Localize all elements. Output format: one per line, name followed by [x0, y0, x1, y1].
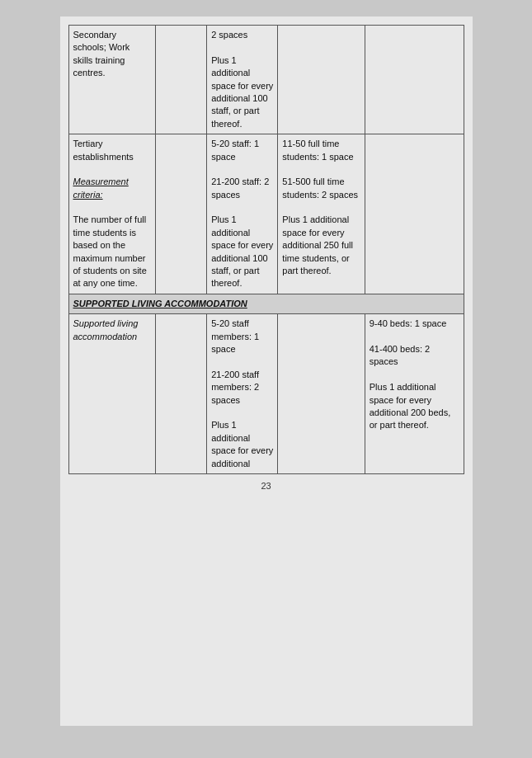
page-container: Secondary schools; Work skills training …: [60, 16, 473, 726]
tertiary-staff-spaces: 5-20 staff: 1 space 21-200 staff: 2 spac…: [207, 134, 278, 294]
supported-col4: [278, 314, 365, 474]
supported-use-class: Supported living accommodation: [68, 314, 155, 474]
tertiary-col2: [155, 134, 206, 294]
secondary-col5: [365, 26, 464, 134]
tertiary-col5: [365, 134, 464, 294]
supported-col2: [155, 314, 206, 474]
table-row-supported: Supported living accommodation 5-20 staf…: [68, 314, 464, 474]
parking-standards-table: Secondary schools; Work skills training …: [68, 25, 464, 474]
secondary-col4: [278, 26, 365, 134]
page-number: 23: [68, 481, 464, 491]
secondary-col2: [155, 26, 206, 134]
tertiary-use-class: Tertiary establishments Measurement crit…: [68, 134, 155, 294]
supported-living-header: SUPPORTED LIVING ACCOMMODATION: [68, 294, 464, 313]
table-row-tertiary: Tertiary establishments Measurement crit…: [68, 134, 464, 294]
tertiary-fulltime-spaces: 11-50 full time students: 1 space 51-500…: [278, 134, 365, 294]
table-row-secondary: Secondary schools; Work skills training …: [68, 26, 464, 134]
secondary-staff-spaces: 2 spaces Plus 1 additional space for eve…: [207, 26, 278, 134]
supported-bed-spaces: 9-40 beds: 1 space 41-400 beds: 2 spaces…: [365, 314, 464, 474]
supported-staff-spaces: 5-20 staff members: 1 space 21-200 staff…: [207, 314, 278, 474]
secondary-use-class: Secondary schools; Work skills training …: [68, 26, 155, 134]
table-row-supported-header: SUPPORTED LIVING ACCOMMODATION: [68, 294, 464, 313]
